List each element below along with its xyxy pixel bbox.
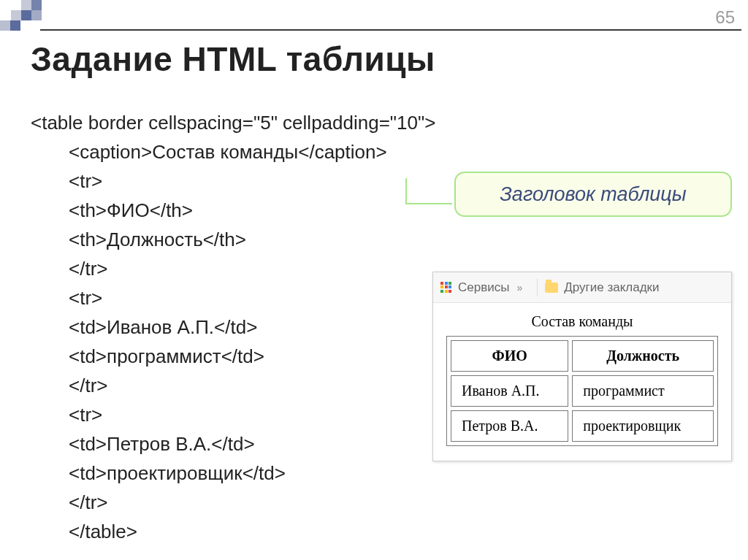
- callout-box: Заголовок таблицы: [454, 172, 732, 217]
- browser-preview: Сервисы » Другие закладки Состав команды…: [432, 272, 732, 461]
- page-number: 65: [715, 7, 735, 28]
- code-line: <td>Иванов А.П.</td>: [31, 312, 435, 342]
- code-line: <tr>: [31, 283, 435, 312]
- slide-title: Задание HTML таблицы: [31, 39, 435, 79]
- code-line: <td>программист</td>: [31, 342, 435, 371]
- code-line: <tr>: [31, 166, 435, 196]
- other-bookmarks-label: Другие закладки: [564, 280, 659, 295]
- services-label: Сервисы: [458, 280, 509, 295]
- rendered-output: Состав команды ФИО Должность Иванов А.П.…: [433, 303, 731, 461]
- separator: [537, 279, 538, 296]
- table-caption: Состав команды: [446, 313, 718, 330]
- code-line: <td>проектировщик</td>: [31, 459, 435, 488]
- table-header: ФИО: [451, 340, 568, 372]
- callout-text: Заголовок таблицы: [500, 183, 686, 206]
- chevrons-icon: »: [516, 282, 522, 294]
- table-header-row: ФИО Должность: [451, 340, 714, 372]
- table-cell: программист: [572, 375, 714, 407]
- code-line: </table>: [31, 517, 435, 546]
- table-cell: Иванов А.П.: [451, 375, 568, 407]
- code-line: </tr>: [31, 254, 435, 283]
- code-example: <table border cellspacing="5" cellpaddin…: [31, 108, 435, 546]
- code-line: <td>Петров В.А.</td>: [31, 429, 435, 459]
- title-underline: [40, 29, 741, 31]
- table-row: Иванов А.П. программист: [451, 375, 714, 407]
- code-line: <table border cellspacing="5" cellpaddin…: [31, 108, 435, 137]
- code-line: <tr>: [31, 400, 435, 429]
- code-line: <th>Должность</th>: [31, 225, 435, 254]
- code-line: <caption>Состав команды</caption>: [31, 137, 435, 166]
- browser-toolbar: Сервисы » Другие закладки: [433, 272, 731, 303]
- code-line: </tr>: [31, 371, 435, 400]
- callout-connector: [397, 178, 456, 222]
- apps-icon: [440, 282, 452, 294]
- code-line: </tr>: [31, 488, 435, 517]
- code-line: <th>ФИО</th>: [31, 196, 435, 225]
- folder-icon: [545, 283, 558, 293]
- table-cell: Петров В.А.: [451, 410, 568, 442]
- table-header: Должность: [572, 340, 714, 372]
- rendered-table: ФИО Должность Иванов А.П. программист Пе…: [446, 336, 718, 446]
- table-row: Петров В.А. проектировщик: [451, 410, 714, 442]
- table-cell: проектировщик: [572, 410, 714, 442]
